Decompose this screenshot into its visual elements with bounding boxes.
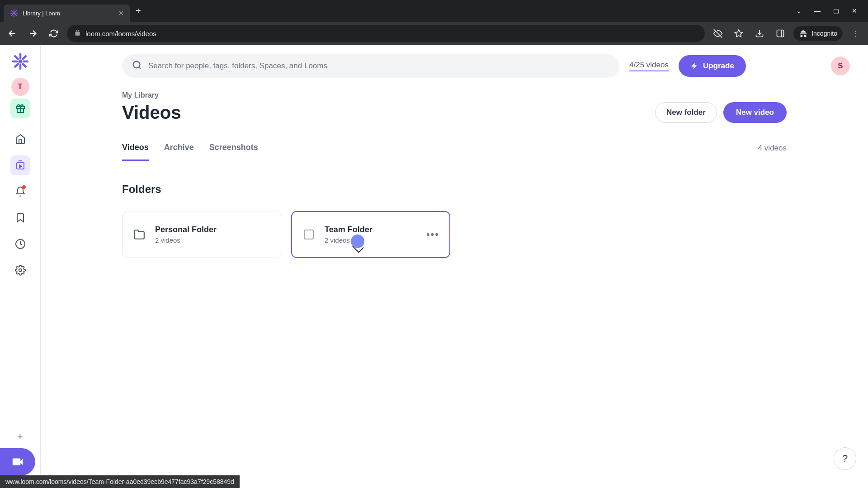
download-icon[interactable]: [752, 26, 767, 41]
nav-bar: loom.com/looms/videos Incognito ⋮: [0, 22, 868, 45]
folder-menu-icon[interactable]: •••: [426, 229, 439, 240]
address-bar[interactable]: loom.com/looms/videos: [67, 25, 705, 42]
kebab-menu-icon[interactable]: ⋮: [848, 26, 863, 41]
notification-dot: [22, 185, 26, 189]
folder-subtitle: 2 videos: [155, 236, 217, 244]
folder-name: Personal Folder: [155, 225, 217, 235]
new-folder-button[interactable]: New folder: [655, 102, 717, 123]
url-text: loom.com/looms/videos: [85, 30, 156, 38]
upgrade-label: Upgrade: [703, 61, 734, 70]
video-quota[interactable]: 4/25 videos: [629, 61, 669, 71]
star-icon[interactable]: [731, 26, 746, 41]
folder-name: Team Folder: [325, 225, 373, 235]
chevron-down-icon[interactable]: ⌄: [796, 7, 802, 14]
workspace-badge-t[interactable]: T: [11, 78, 29, 96]
home-icon[interactable]: [10, 129, 30, 149]
incognito-badge[interactable]: Incognito: [793, 26, 843, 41]
folder-card-team[interactable]: Team Folder 2 videos •••: [291, 211, 450, 258]
panel-icon[interactable]: [773, 26, 788, 41]
incognito-label: Incognito: [811, 30, 837, 37]
page-title: Videos: [122, 103, 181, 123]
lock-icon: [74, 29, 81, 38]
maximize-icon[interactable]: ▢: [833, 7, 839, 14]
folders-section-title: Folders: [122, 183, 787, 196]
gift-icon[interactable]: [10, 99, 30, 118]
tab-screenshots[interactable]: Screenshots: [209, 143, 258, 161]
main-content: 4/25 videos Upgrade S My Library Videos …: [41, 45, 868, 475]
forward-button[interactable]: [25, 26, 41, 41]
tabs-row: Videos Archive Screenshots 4 videos: [122, 143, 787, 161]
help-button[interactable]: ?: [834, 447, 856, 470]
lightning-icon: [690, 62, 698, 70]
svg-rect-2: [777, 30, 784, 37]
tab-title: Library | Loom: [23, 10, 114, 17]
tab-bar: Library | Loom ✕ + ⌄ — ▢ ✕: [0, 0, 868, 22]
svg-point-0: [13, 12, 15, 14]
folder-card-personal[interactable]: Personal Folder 2 videos: [122, 211, 281, 258]
checkbox-icon[interactable]: [302, 228, 316, 241]
folders-grid: Personal Folder 2 videos Team Folder 2 v…: [122, 211, 787, 258]
library-icon[interactable]: [10, 155, 30, 175]
search-box[interactable]: [122, 54, 619, 78]
tab-archive[interactable]: Archive: [164, 143, 194, 161]
record-button[interactable]: [0, 448, 35, 475]
svg-line-12: [139, 67, 141, 69]
search-input[interactable]: [148, 61, 609, 70]
history-icon[interactable]: [10, 234, 30, 254]
folder-subtitle: 2 videos: [325, 236, 373, 244]
video-camera-icon: [11, 455, 24, 469]
bookmark-icon[interactable]: [10, 208, 30, 228]
settings-icon[interactable]: [10, 260, 30, 280]
tab-video-count: 4 videos: [758, 144, 787, 160]
svg-marker-1: [735, 30, 743, 37]
notifications-icon[interactable]: [10, 182, 30, 202]
reload-button[interactable]: [46, 26, 61, 41]
status-bar: www.loom.com/looms/videos/Team-Folder-aa…: [0, 475, 240, 488]
topbar: 4/25 videos Upgrade S: [41, 45, 868, 87]
tab-close-icon[interactable]: ✕: [118, 9, 124, 17]
loom-logo-icon[interactable]: [11, 52, 29, 70]
new-tab-button[interactable]: +: [136, 6, 141, 16]
sidebar: T + A: [0, 45, 41, 475]
browser-tab[interactable]: Library | Loom ✕: [4, 5, 130, 22]
search-icon: [132, 60, 142, 72]
breadcrumb[interactable]: My Library: [122, 91, 787, 99]
folder-icon: [132, 228, 146, 241]
svg-point-10: [19, 269, 22, 272]
window-controls: ⌄ — ▢ ✕: [796, 7, 864, 14]
back-button[interactable]: [5, 26, 20, 41]
new-video-button[interactable]: New video: [723, 102, 787, 123]
upgrade-button[interactable]: Upgrade: [679, 55, 746, 77]
add-workspace-icon[interactable]: +: [17, 431, 23, 443]
svg-point-4: [18, 60, 22, 64]
svg-point-11: [133, 61, 140, 68]
loom-favicon: [10, 9, 18, 17]
user-avatar[interactable]: S: [831, 56, 850, 75]
browser-chrome: Library | Loom ✕ + ⌄ — ▢ ✕ loom.com/loom…: [0, 0, 868, 45]
content-area: My Library Videos New folder New video V…: [41, 87, 868, 258]
close-window-icon[interactable]: ✕: [852, 7, 857, 14]
app-root: T + A: [0, 45, 868, 475]
eye-off-icon[interactable]: [710, 26, 726, 41]
minimize-icon[interactable]: —: [814, 7, 821, 14]
tab-videos[interactable]: Videos: [122, 143, 149, 161]
